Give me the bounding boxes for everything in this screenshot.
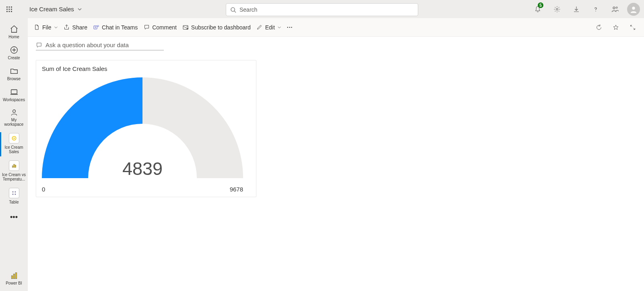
- share-button[interactable]: Share: [64, 24, 87, 31]
- favorite-button[interactable]: [610, 22, 621, 33]
- share-icon: [64, 24, 70, 30]
- nav-home[interactable]: Home: [0, 22, 28, 43]
- notifications-button[interactable]: 5: [528, 0, 547, 18]
- star-icon: [613, 24, 619, 31]
- chevron-down-icon: [54, 25, 58, 29]
- workspaces-icon: [10, 87, 19, 96]
- header-actions: 5: [528, 0, 640, 18]
- svg-point-26: [14, 194, 15, 195]
- nav-workspaces[interactable]: Workspaces: [0, 85, 28, 106]
- svg-point-24: [14, 191, 15, 192]
- svg-rect-29: [15, 273, 17, 279]
- power-bi-icon: [10, 272, 18, 280]
- download-icon: [573, 6, 580, 13]
- svg-point-17: [12, 110, 15, 112]
- svg-line-10: [234, 11, 236, 12]
- svg-point-25: [12, 194, 13, 195]
- download-button[interactable]: [567, 0, 586, 18]
- nav-power-bi[interactable]: Power BI: [0, 269, 28, 291]
- chat-in-teams-button[interactable]: Chat in Teams: [93, 24, 138, 31]
- chevron-down-icon: [77, 7, 82, 12]
- dashboard-toolbar: File Share Chat in Teams Comment: [28, 18, 644, 37]
- search-placeholder: Search: [239, 6, 257, 13]
- people-icon: [611, 5, 619, 13]
- help-icon: [592, 6, 599, 13]
- account-avatar[interactable]: [627, 3, 640, 16]
- main-content: File Share Chat in Teams Comment: [28, 18, 644, 291]
- notification-badge: 5: [538, 2, 543, 8]
- nav-my-workspace[interactable]: My workspace: [0, 106, 28, 131]
- app-header: Ice Cream Sales Search 5: [0, 0, 644, 18]
- pencil-icon: [256, 24, 262, 30]
- comment-button[interactable]: Comment: [143, 24, 177, 31]
- svg-rect-20: [12, 166, 13, 168]
- tile-title: Sum of Ice Cream Sales: [42, 65, 250, 72]
- settings-button[interactable]: [547, 0, 567, 18]
- app-launcher-button[interactable]: [0, 0, 18, 18]
- expand-icon: [630, 24, 636, 31]
- qna-input[interactable]: Ask a question about your data: [36, 42, 164, 50]
- nav-create[interactable]: Create: [0, 43, 28, 64]
- svg-rect-3: [6, 8, 8, 10]
- toolbar-more[interactable]: ···: [287, 24, 293, 31]
- avatar-icon: [629, 5, 638, 14]
- svg-rect-7: [8, 11, 10, 12]
- dashboard-title-dropdown[interactable]: Ice Cream Sales: [18, 6, 87, 12]
- nav-browse[interactable]: Browse: [0, 64, 28, 85]
- svg-rect-21: [13, 164, 14, 168]
- refresh-button[interactable]: [593, 22, 605, 33]
- svg-point-23: [12, 191, 13, 192]
- svg-rect-1: [8, 6, 10, 8]
- nav-more[interactable]: •••: [0, 211, 28, 223]
- qna-section: Ask a question about your data: [28, 37, 644, 50]
- home-icon: [10, 25, 19, 33]
- svg-point-9: [231, 7, 235, 11]
- file-icon: [34, 24, 40, 30]
- person-icon: [10, 108, 18, 116]
- dataset-thumb-icon: [9, 188, 19, 198]
- svg-rect-0: [6, 6, 8, 8]
- comment-icon: [144, 24, 150, 30]
- dashboard-canvas: Sum of Ice Cream Sales 4839 0 9678: [28, 50, 644, 197]
- search-input[interactable]: Search: [226, 3, 418, 16]
- nav-ice-cream-vs-temperature[interactable]: Ice Cream vs Temperatu...: [0, 158, 28, 185]
- gear-icon: [553, 6, 561, 13]
- dashboard-title: Ice Cream Sales: [29, 6, 74, 12]
- svg-point-19: [13, 137, 15, 139]
- folder-icon: [10, 67, 19, 75]
- svg-rect-28: [13, 274, 14, 279]
- gauge-value: 4839: [122, 158, 163, 179]
- waffle-icon: [6, 6, 12, 12]
- gauge-chart: 4839: [42, 75, 243, 184]
- chevron-down-icon: [277, 25, 281, 29]
- svg-point-14: [632, 6, 635, 9]
- feedback-button[interactable]: [605, 0, 625, 18]
- svg-rect-22: [15, 165, 16, 167]
- svg-rect-5: [11, 8, 12, 10]
- edit-menu[interactable]: Edit: [256, 24, 281, 31]
- svg-point-11: [556, 8, 558, 10]
- dashboard-thumb-icon: [9, 133, 19, 143]
- svg-rect-16: [11, 90, 17, 94]
- refresh-icon: [596, 24, 602, 31]
- subscribe-icon: [182, 24, 189, 31]
- svg-rect-6: [6, 11, 8, 12]
- svg-point-31: [97, 25, 99, 27]
- subscribe-button[interactable]: Subscribe to dashboard: [182, 24, 251, 31]
- report-thumb-icon: [9, 160, 19, 171]
- nav-ice-cream-sales[interactable]: Ice Cream Sales: [0, 131, 28, 158]
- nav-table[interactable]: Table: [0, 185, 28, 208]
- file-menu[interactable]: File: [33, 24, 58, 31]
- help-button[interactable]: [586, 0, 605, 18]
- svg-rect-8: [11, 11, 12, 12]
- teams-icon: [93, 24, 99, 31]
- svg-point-13: [616, 7, 617, 8]
- svg-rect-27: [11, 276, 12, 279]
- search-icon: [230, 7, 236, 13]
- fullscreen-button[interactable]: [627, 22, 638, 33]
- gauge-max-label: 9678: [230, 186, 243, 193]
- svg-rect-2: [11, 6, 12, 8]
- plus-circle-icon: [10, 46, 19, 54]
- gauge-min-label: 0: [42, 186, 45, 193]
- gauge-tile[interactable]: Sum of Ice Cream Sales 4839 0 9678: [36, 60, 256, 197]
